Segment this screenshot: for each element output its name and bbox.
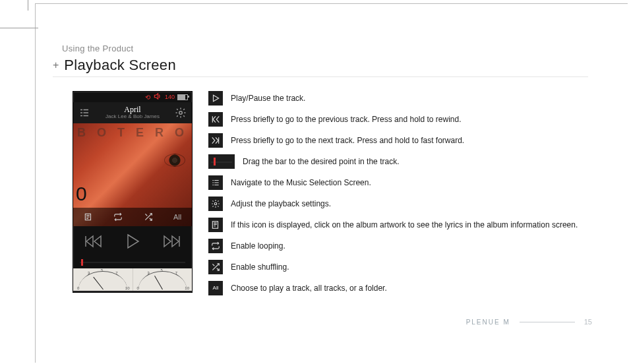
legend-row-seek: Drag the bar to the desired point in the… bbox=[208, 154, 603, 169]
seek-icon bbox=[208, 154, 235, 169]
page-title-wrap: + Playback Screen bbox=[53, 57, 176, 74]
vu-left: 0 3 5 7 10 bbox=[73, 268, 133, 291]
library-icon bbox=[208, 175, 223, 190]
legend-text-prev: Press briefly to go to the previous trac… bbox=[231, 115, 462, 124]
legend-row-play: Play/Pause the track. bbox=[208, 91, 603, 106]
legend-text-seek: Drag the bar to the desired point in the… bbox=[243, 157, 399, 166]
status-volume-value: 140 bbox=[165, 94, 175, 100]
icon-legend: Play/Pause the track. Press briefly to g… bbox=[208, 91, 603, 295]
vu-left-tick-4: 10 bbox=[125, 286, 130, 290]
page-frame-top bbox=[35, 3, 628, 4]
prev-button[interactable] bbox=[84, 234, 104, 249]
artwork-zero: 0 bbox=[76, 183, 87, 205]
vu-meters: 0 3 5 7 10 0 3 5 7 10 bbox=[73, 268, 192, 291]
legend-row-lyrics: If this icon is displayed, click on the … bbox=[208, 218, 603, 232]
artwork-text: B O T E R O bbox=[73, 126, 192, 140]
legend-text-library: Navigate to the Music Selection Screen. bbox=[231, 178, 371, 187]
prev-icon bbox=[208, 112, 223, 127]
artwork-eye bbox=[164, 154, 185, 167]
svg-point-2 bbox=[214, 202, 217, 205]
manual-page: Using the Product + Playback Screen ⟲ 14… bbox=[0, 0, 629, 364]
shuffle-icon bbox=[208, 260, 223, 274]
seek-track bbox=[80, 262, 185, 263]
page-frame-left bbox=[35, 3, 36, 363]
legend-text-play: Play/Pause the track. bbox=[231, 94, 305, 103]
loop-button[interactable] bbox=[112, 212, 124, 222]
legend-row-prev: Press briefly to go to the previous trac… bbox=[208, 112, 603, 127]
vu-right-tick-4: 10 bbox=[185, 286, 189, 290]
footer-rule bbox=[520, 322, 575, 322]
crop-tick-top bbox=[28, 0, 28, 11]
product-name: PLENUE M bbox=[466, 318, 510, 326]
legend-row-playmode: All Choose to play a track, all tracks, … bbox=[208, 281, 603, 295]
playmode-icon: All bbox=[208, 281, 223, 295]
title-plus: + bbox=[53, 59, 59, 71]
vu-right-tick-2: 5 bbox=[161, 268, 163, 272]
playmode-button[interactable]: All bbox=[172, 212, 183, 222]
vu-right-tick-0: 0 bbox=[137, 286, 139, 290]
vu-left-tick-1: 3 bbox=[88, 271, 90, 275]
page-title: Playback Screen bbox=[64, 57, 176, 74]
artwork-overlay: All bbox=[73, 208, 192, 226]
legend-row-next: Press briefly to go to the next track. P… bbox=[208, 133, 603, 148]
legend-text-playmode: Choose to play a track, all tracks, or a… bbox=[231, 284, 387, 293]
lyrics-icon bbox=[208, 218, 223, 232]
legend-text-lyrics: If this icon is displayed, click on the … bbox=[231, 220, 578, 229]
status-battery-icon bbox=[177, 94, 188, 100]
next-icon bbox=[208, 133, 223, 148]
status-loop-icon: ⟲ bbox=[145, 94, 150, 101]
legend-text-settings: Adjust the playback settings. bbox=[231, 199, 331, 208]
vu-right-tick-3: 7 bbox=[175, 271, 177, 275]
legend-text-shuffle: Enable shuffling. bbox=[231, 262, 289, 272]
title-divider bbox=[53, 76, 588, 77]
next-button[interactable] bbox=[162, 234, 181, 249]
album-artwork[interactable]: B O T E R O 0 All bbox=[73, 123, 192, 226]
legend-row-loop: Enable looping. bbox=[208, 239, 603, 253]
play-button[interactable] bbox=[124, 233, 141, 250]
settings-button[interactable] bbox=[172, 104, 189, 121]
legend-text-next: Press briefly to go to the next track. P… bbox=[231, 136, 464, 145]
svg-point-0 bbox=[179, 111, 183, 115]
loop-icon bbox=[208, 239, 223, 253]
vu-right: 0 3 5 7 10 bbox=[133, 268, 193, 291]
legend-row-library: Navigate to the Music Selection Screen. bbox=[208, 175, 603, 190]
play-icon bbox=[208, 91, 223, 106]
legend-row-settings: Adjust the playback settings. bbox=[208, 197, 603, 211]
shuffle-button[interactable] bbox=[142, 212, 154, 222]
track-meta: April Jack Lee & Bob James bbox=[93, 106, 172, 120]
crop-tick-left bbox=[0, 28, 38, 28]
vu-left-tick-2: 5 bbox=[101, 268, 103, 272]
library-button[interactable] bbox=[76, 104, 93, 121]
seek-bar[interactable] bbox=[73, 257, 192, 268]
legend-row-shuffle: Enable shuffling. bbox=[208, 260, 603, 274]
gear-icon bbox=[208, 197, 223, 211]
lyrics-indicator-icon[interactable] bbox=[82, 212, 94, 222]
vu-right-tick-1: 3 bbox=[148, 271, 150, 275]
vu-left-tick-3: 7 bbox=[115, 271, 117, 275]
seek-knob[interactable] bbox=[81, 259, 83, 266]
page-footer: PLENUE M 15 bbox=[466, 318, 592, 326]
track-artist: Jack Lee & Bob James bbox=[93, 114, 172, 120]
transport-controls bbox=[73, 226, 192, 257]
status-volume-icon bbox=[153, 92, 162, 102]
vu-left-tick-0: 0 bbox=[77, 286, 79, 290]
section-label: Using the Product bbox=[62, 44, 133, 53]
legend-text-loop: Enable looping. bbox=[231, 241, 285, 251]
status-bar: ⟲ 140 bbox=[73, 92, 192, 102]
page-number: 15 bbox=[584, 318, 592, 326]
device-screenshot: ⟲ 140 April Jack Lee & Bob James bbox=[73, 91, 193, 293]
player-topbar: April Jack Lee & Bob James bbox=[73, 102, 192, 123]
